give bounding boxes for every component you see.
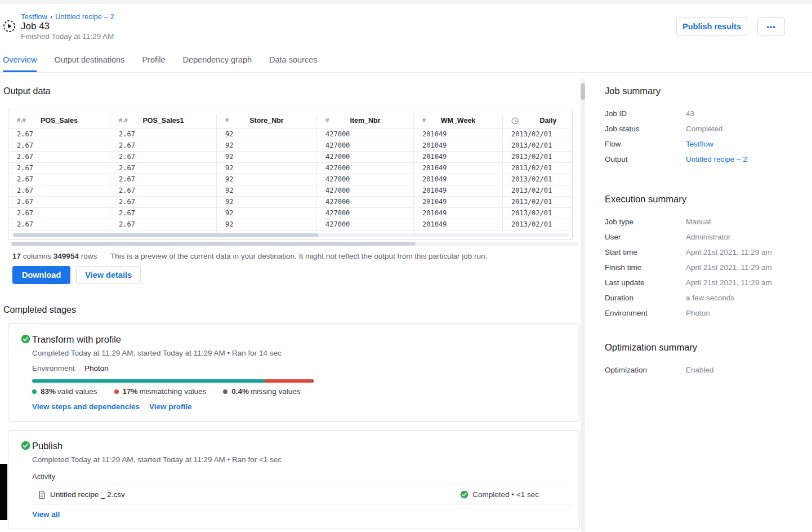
summary-value: 43 [686,109,694,118]
summary-row-job-id: Job ID43 [605,106,807,121]
columns-word: columns [23,252,51,260]
output-data-heading: Output data [3,86,580,97]
table-cell: 2.67 [8,129,110,140]
table-cell: 201049 [414,163,503,174]
vertical-scrollbar-thumb[interactable] [581,83,585,100]
table-cell: 2.67 [110,219,217,230]
table-row: 2.672.67924270002010492013/02/01 [8,219,572,230]
summary-row-optimization: OptimizationEnabled [605,362,807,378]
job-finished-status: Finished Today at 11:29 AM [21,32,114,41]
summary-label: Job type [605,218,686,226]
column-header-item-nbr: #Item_Nbr [317,114,414,128]
summary-label: Job ID [605,109,686,118]
table-scrollbar-thumb[interactable] [13,233,319,237]
stage-success-icon [21,441,30,450]
panel-scrollbar-thumb[interactable] [11,242,416,246]
overlay-black-strip [0,464,7,520]
table-cell: 92 [217,230,317,233]
stage-card-publish: Publish Completed Today at 11:29 AM, sta… [8,430,580,529]
summary-label: Output [605,155,686,163]
publish-results-button[interactable]: Publish results [676,17,747,36]
tab-profile[interactable]: Profile [142,54,165,72]
view-all-link[interactable]: View all [32,509,60,520]
stage-title: Transform with profile [32,333,579,345]
breadcrumb-recipe-link[interactable]: Untitled recipe – 2 [55,12,114,21]
integer-icon: # [225,117,229,123]
stage-success-icon [21,334,30,344]
summary-label: Finish time [605,263,686,272]
bar-segment-valid [32,379,265,383]
preview-note: This is a preview of the current data in… [110,252,487,260]
table-cell: 2013/02/01 [503,174,572,185]
activity-status: Completed • <1 sec [460,490,539,499]
table-cell: 2.67 [110,152,217,162]
summary-value: Completed [686,125,722,133]
table-cell: 2.67 [8,140,110,151]
summary-label: Flow [605,140,686,148]
breadcrumb-flow-link[interactable]: Testflow [21,12,47,21]
download-button[interactable]: Download [12,266,70,284]
legend-label: missing values [251,387,301,397]
table-cell: 201049 [414,219,503,230]
table-cell: 201049 [414,230,503,233]
sidebar-rows: Job ID43Job statusCompletedFlowTestflowO… [605,106,807,167]
summary-row-start-time: Start timeApril 21st 2021, 11:29 am [605,245,807,260]
table-cell: 427000 [317,129,414,140]
main-panel: Output data #.#POS_Sales#.#POS_Sales1#St… [0,79,580,532]
summary-value: April 21st 2021, 11:29 am [686,263,772,272]
table-body: 2.672.67924270002010492013/02/012.672.67… [8,128,572,233]
activity-row[interactable]: Untitled recipe _ 2.csv Completed • <1 s… [32,485,570,504]
table-cell: 2.67 [8,197,110,207]
legend-dot-icon [114,389,119,394]
sidebar-rows: OptimizationEnabled [605,362,807,378]
table-cell: 201049 [414,197,503,207]
summary-row-duration: Durationa few seconds [605,290,807,305]
panel-horizontal-scrollbar[interactable] [11,242,579,246]
table-cell: 2.67 [8,230,110,233]
legend-item-missing-values: 0.4%missing values [223,387,300,397]
table-row: 2.672.67924270002010492013/02/01 [8,230,572,233]
table-cell: 2013/02/01 [503,219,572,230]
table-cell: 92 [217,163,317,174]
more-actions-button[interactable]: ••• [757,17,785,36]
output-preview-table: #.#POS_Sales#.#POS_Sales1#Store_Nbr#Item… [8,109,573,240]
table-cell: 92 [217,140,317,151]
view-details-button[interactable]: View details [76,266,141,284]
legend-item-mismatching-values: 17%mismatching values [114,387,207,397]
sidebar-section-execution-summary: Execution summaryJob typeManualUserAdmin… [605,193,807,321]
table-cell: 2013/02/01 [503,152,572,162]
column-header-daily: Daily [503,114,572,128]
table-row: 2.672.67924270002010492013/02/01 [8,174,572,185]
integer-icon: # [325,117,329,123]
sidebar-section-optimization-summary: Optimization summaryOptimizationEnabled [605,341,807,378]
table-horizontal-scrollbar[interactable] [13,233,569,237]
tab-output-destinations[interactable]: Output destinations [54,54,124,72]
sidebar-section-heading: Optimization summary [605,341,807,353]
breadcrumb: Testflow›Untitled recipe – 2 [21,12,114,21]
tab-overview[interactable]: Overview [3,54,37,72]
summary-label: Job status [605,125,686,133]
summary-value[interactable]: Untitled recipe – 2 [686,155,747,163]
summary-value[interactable]: Testflow [686,140,713,148]
view-steps-link[interactable]: View steps and dependencies [32,402,140,412]
table-row: 2.672.67924270002010492013/02/01 [8,128,572,140]
tab-data-sources[interactable]: Data sources [269,54,317,72]
vertical-scrollbar[interactable] [581,79,585,532]
tab-dependency-graph[interactable]: Dependency graph [183,54,252,72]
environment-value: Photon [84,364,109,373]
summary-row-output: OutputUntitled recipe – 2 [605,152,807,167]
table-cell: 427000 [317,185,414,196]
column-label: Item_Nbr [317,114,413,127]
table-cell: 427000 [317,208,414,219]
summary-value: April 21st 2021, 11:29 am [686,278,772,287]
summary-value: April 21st 2021, 11:29 am [686,248,772,256]
summary-label: Duration [605,294,686,302]
view-profile-link[interactable]: View profile [149,402,192,412]
table-cell: 2.67 [110,185,217,196]
table-cell: 201049 [414,140,503,151]
table-cell: 201049 [414,152,503,162]
table-cell: 92 [217,185,317,196]
table-row: 2.672.67924270002010492013/02/01 [8,151,572,162]
table-cell: 92 [217,129,317,140]
table-cell: 2.67 [110,208,217,219]
